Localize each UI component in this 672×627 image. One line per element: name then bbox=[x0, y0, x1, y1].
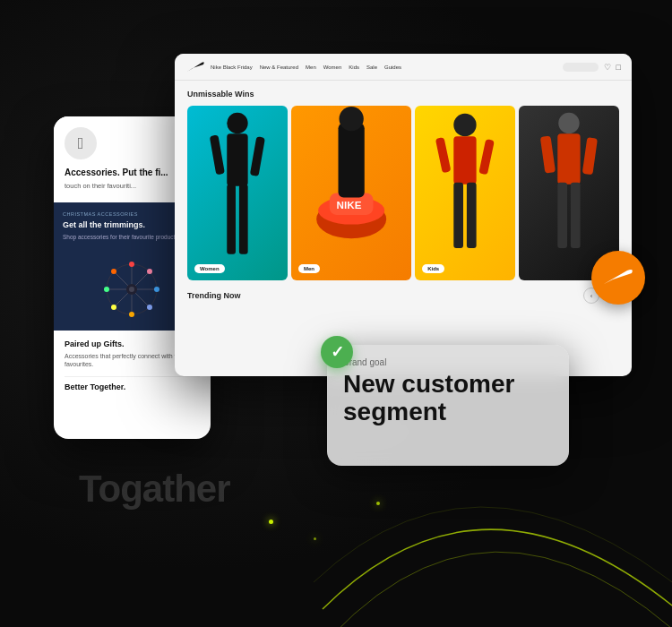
svg-point-40 bbox=[129, 287, 134, 292]
nike-swoosh-badge bbox=[591, 251, 645, 305]
svg-rect-4 bbox=[227, 185, 236, 254]
nike-navbar: Nike Black Friday New & Featured Men Wom… bbox=[175, 54, 632, 81]
svg-rect-23 bbox=[571, 183, 581, 248]
apple-logo-icon:  bbox=[78, 134, 84, 153]
svg-point-20 bbox=[558, 113, 579, 133]
brand-goal-card: Brand goal New customer segment bbox=[327, 345, 569, 466]
grid-label-women: Women bbox=[194, 264, 225, 273]
brand-goal-label: Brand goal bbox=[343, 357, 553, 367]
svg-point-36 bbox=[147, 305, 152, 310]
nav-new-featured[interactable]: New & Featured bbox=[260, 64, 298, 70]
nike-swoosh-icon bbox=[602, 268, 634, 288]
svg-point-35 bbox=[147, 269, 152, 274]
nike-website-card: Nike Black Friday New & Featured Men Wom… bbox=[175, 54, 632, 376]
svg-rect-24 bbox=[540, 135, 556, 173]
svg-rect-7 bbox=[250, 136, 265, 176]
trending-bar: Trending Now ‹ › bbox=[187, 288, 619, 304]
bag-icon[interactable]: □ bbox=[616, 63, 621, 72]
togather-label: Togather bbox=[79, 468, 230, 510]
trending-title: Trending Now bbox=[187, 291, 241, 300]
women-figure bbox=[187, 106, 288, 280]
men-figure-shoes: NIKE bbox=[291, 106, 411, 280]
nike-nav-icons: ♡ □ bbox=[563, 63, 621, 72]
svg-rect-6 bbox=[210, 134, 225, 175]
svg-rect-17 bbox=[467, 183, 477, 248]
svg-rect-21 bbox=[557, 133, 580, 185]
apple-better-together: Better Together. bbox=[65, 376, 200, 391]
nike-nav-items: Nike Black Friday New & Featured Men Wom… bbox=[211, 64, 557, 70]
nav-men[interactable]: Men bbox=[306, 64, 316, 70]
svg-point-33 bbox=[129, 312, 134, 317]
apple-logo-circle:  bbox=[65, 127, 97, 159]
nike-content: Unmissable Wins Women bbox=[175, 81, 632, 313]
svg-rect-12 bbox=[338, 124, 364, 198]
svg-rect-19 bbox=[478, 139, 495, 175]
grid-item-kids: Kids bbox=[415, 106, 515, 280]
svg-rect-22 bbox=[557, 183, 567, 248]
grid-label-men: Men bbox=[298, 264, 320, 273]
brand-goal-text: New customer segment bbox=[343, 371, 553, 426]
svg-point-32 bbox=[154, 287, 159, 292]
section-title: Unmissable Wins bbox=[187, 90, 619, 99]
svg-rect-3 bbox=[227, 133, 247, 186]
svg-rect-5 bbox=[239, 185, 248, 254]
svg-point-31 bbox=[129, 262, 134, 267]
ornament-svg bbox=[103, 261, 161, 319]
grid-item-women: Women bbox=[187, 106, 288, 280]
nav-black-friday[interactable]: Nike Black Friday bbox=[211, 64, 253, 70]
svg-point-14 bbox=[453, 114, 476, 136]
nike-logo-nav bbox=[185, 61, 205, 73]
svg-text:NIKE: NIKE bbox=[336, 199, 361, 210]
sparkle-dot bbox=[269, 520, 273, 524]
nav-kids[interactable]: Kids bbox=[349, 64, 359, 70]
check-icon: ✓ bbox=[331, 342, 344, 362]
svg-point-37 bbox=[111, 305, 116, 310]
grid-label-kids: Kids bbox=[422, 264, 444, 273]
kids-figure bbox=[415, 106, 515, 280]
nike-product-grid: Women NIKE Men bbox=[187, 106, 619, 280]
nav-guides[interactable]: Guides bbox=[384, 64, 401, 70]
svg-rect-16 bbox=[453, 183, 463, 248]
heart-icon[interactable]: ♡ bbox=[604, 63, 611, 72]
nav-sale[interactable]: Sale bbox=[366, 64, 377, 70]
svg-rect-18 bbox=[435, 137, 452, 173]
svg-point-38 bbox=[111, 269, 116, 274]
svg-rect-15 bbox=[453, 136, 476, 185]
svg-point-13 bbox=[339, 107, 363, 131]
nav-women[interactable]: Women bbox=[323, 64, 342, 70]
grid-item-men: NIKE Men bbox=[291, 106, 411, 280]
togather-watermark: Togather bbox=[79, 468, 230, 511]
svg-point-34 bbox=[104, 287, 109, 292]
svg-rect-25 bbox=[582, 137, 598, 175]
check-bubble: ✓ bbox=[321, 336, 353, 368]
svg-point-2 bbox=[227, 113, 247, 133]
accessories-text: Accessories. bbox=[65, 167, 120, 177]
nike-search-bar[interactable] bbox=[563, 63, 599, 72]
accessories-cont: Put the fi... bbox=[120, 167, 168, 177]
